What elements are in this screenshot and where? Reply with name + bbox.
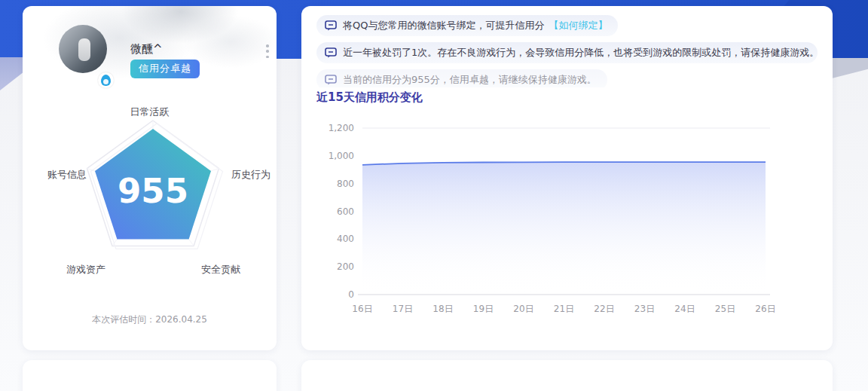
chart-title: 近15天信用积分变化 [316,90,423,105]
x-axis-tick: 21日 [554,304,574,314]
x-axis-tick: 26日 [755,304,775,314]
y-axis-tick: 1,200 [329,123,354,133]
notification-list: 将QQ与您常用的微信账号绑定，可提升信用分 【如何绑定】 近一年被处罚了1次。存… [316,15,818,87]
y-axis-tick: 400 [337,234,354,244]
x-axis-tick: 25日 [715,304,735,314]
notification-item-bind-wechat: 将QQ与您常用的微信账号绑定，可提升信用分 【如何绑定】 [316,15,618,36]
notification-text: 当前的信用分为955分，信用卓越，请继续保持健康游戏。 [343,73,597,87]
bottom-card-left [23,360,277,391]
notification-item-punishment: 近一年被处罚了1次。存在不良游戏行为，会导致信用分降低，也将受到游戏的限制或处罚… [316,42,818,63]
y-axis-tick: 600 [337,206,354,217]
user-avatar [59,25,107,73]
message-icon [325,47,337,58]
evaluation-time: 本次评估时间：2026.04.25 [23,313,277,326]
profile-card: 微醺^ 信用分卓越 日常活跃 账号信息 历史行为 游戏资产 安全贡献 [23,6,277,350]
credit-level-badge: 信用分卓越 [130,60,200,78]
x-axis-tick: 20日 [513,304,533,314]
y-axis-tick: 200 [337,261,354,272]
x-axis-tick: 23日 [634,304,655,314]
y-axis-tick: 1,000 [329,151,354,161]
credit-line-chart: 02004006008001,0001,20016日17日18日19日20日21… [301,111,829,338]
x-axis-tick: 18日 [432,304,453,314]
radar-chart: 955 [40,98,266,286]
background-lavender-left [0,57,26,90]
credit-detail-panel: 将QQ与您常用的微信账号绑定，可提升信用分 【如何绑定】 近一年被处罚了1次。存… [301,6,833,350]
x-axis-tick: 16日 [352,304,372,314]
notification-text: 将QQ与您常用的微信账号绑定，可提升信用分 [343,19,544,32]
y-axis-tick: 0 [348,289,354,300]
y-axis-tick: 800 [337,179,354,189]
how-to-bind-link[interactable]: 【如何绑定】 [549,19,607,32]
x-axis-tick: 24日 [674,304,695,314]
qq-penguin-icon [98,72,114,88]
username: 微醺^ [130,42,163,57]
background-lavender-right [832,58,868,78]
x-axis-tick: 17日 [393,304,413,314]
kebab-menu-icon[interactable] [262,44,273,59]
notification-text: 近一年被处罚了1次。存在不良游戏行为，会导致信用分降低，也将受到游戏的限制或处罚… [343,46,818,60]
message-icon [325,75,337,85]
credit-score-value: 955 [118,171,188,211]
bottom-card-right [301,360,833,391]
chart-area-fill [362,162,766,295]
credit-page: 微醺^ 信用分卓越 日常活跃 账号信息 历史行为 游戏资产 安全贡献 [0,0,868,391]
notification-item-current-score: 当前的信用分为955分，信用卓越，请继续保持健康游戏。 [316,69,607,87]
x-axis-tick: 22日 [594,304,614,314]
x-axis-tick: 19日 [473,304,494,314]
message-icon [325,20,337,31]
